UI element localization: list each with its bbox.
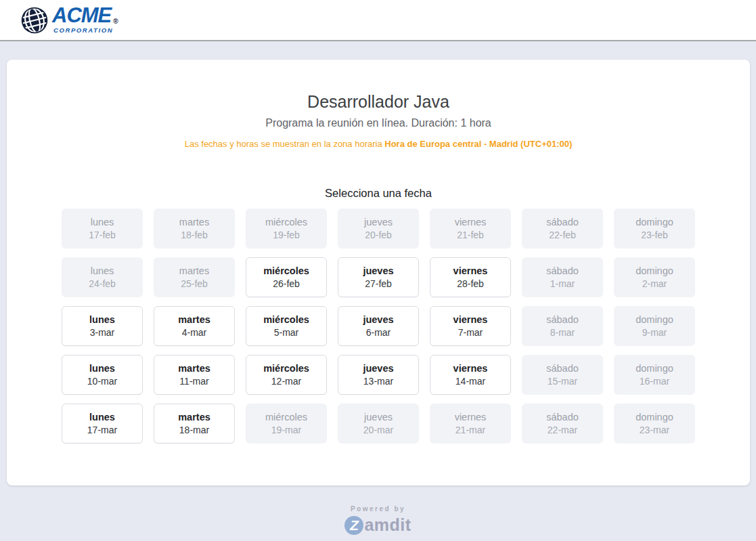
zamdit-logo: Z amdit bbox=[344, 515, 411, 535]
day-name: domingo bbox=[636, 363, 673, 374]
day-name: martes bbox=[178, 314, 210, 325]
day-name: lunes bbox=[89, 412, 115, 423]
day-name: lunes bbox=[89, 363, 115, 374]
day-name: sábado bbox=[546, 412, 579, 423]
date-button-1-mar: sábado1-mar bbox=[522, 257, 603, 297]
date-button-11-mar[interactable]: martes11-mar bbox=[154, 355, 235, 395]
date-button-6-mar[interactable]: jueves6-mar bbox=[338, 306, 419, 346]
date-button-7-mar[interactable]: viernes7-mar bbox=[430, 306, 511, 346]
date-label: 17-mar bbox=[87, 425, 117, 435]
date-label: 19-mar bbox=[271, 425, 301, 435]
date-label: 18-feb bbox=[181, 230, 208, 240]
globe-icon bbox=[18, 3, 52, 37]
date-button-19-mar: miércoles19-mar bbox=[246, 404, 327, 443]
timezone-note-value: Hora de Europa central - Madrid (UTC+01:… bbox=[384, 139, 572, 149]
scheduler-card: Desarrollador Java Programa la reunión e… bbox=[7, 60, 750, 485]
date-label: 6-mar bbox=[366, 327, 391, 338]
page-subtitle: Programa la reunión en línea. Duración: … bbox=[7, 117, 750, 129]
date-button-9-mar: domingo9-mar bbox=[614, 306, 695, 346]
date-button-20-feb: jueves20-feb bbox=[338, 209, 419, 248]
day-name: sábado bbox=[546, 363, 579, 374]
day-name: lunes bbox=[89, 314, 115, 325]
date-button-10-mar[interactable]: lunes10-mar bbox=[62, 355, 143, 395]
day-name: jueves bbox=[364, 217, 393, 228]
date-button-24-feb: lunes24-feb bbox=[62, 257, 143, 297]
day-name: viernes bbox=[453, 363, 488, 374]
day-name: sábado bbox=[546, 217, 579, 228]
date-label: 25-feb bbox=[181, 278, 208, 289]
date-label: 5-mar bbox=[274, 327, 299, 338]
date-button-17-mar[interactable]: lunes17-mar bbox=[62, 404, 143, 443]
top-bar: ACME ® CORPORATION bbox=[0, 0, 756, 41]
day-name: jueves bbox=[363, 314, 393, 325]
date-label: 23-mar bbox=[640, 425, 669, 435]
select-date-heading: Selecciona una fecha bbox=[7, 187, 750, 200]
date-button-8-mar: sábado8-mar bbox=[522, 306, 603, 346]
date-button-4-mar[interactable]: martes4-mar bbox=[154, 306, 235, 346]
date-button-12-mar[interactable]: miércoles12-mar bbox=[246, 355, 327, 395]
zamdit-z-icon: Z bbox=[344, 516, 363, 535]
footer: Powered by Z amdit bbox=[0, 505, 756, 535]
day-name: domingo bbox=[636, 265, 673, 276]
day-name: martes bbox=[179, 217, 209, 228]
day-name: domingo bbox=[636, 217, 673, 228]
day-name: jueves bbox=[363, 265, 393, 276]
date-label: 27-feb bbox=[365, 278, 392, 289]
date-label: 8-mar bbox=[550, 327, 575, 338]
date-label: 2-mar bbox=[642, 278, 667, 289]
date-label: 16-mar bbox=[640, 376, 669, 387]
date-label: 1-mar bbox=[550, 278, 575, 289]
date-button-18-mar[interactable]: martes18-mar bbox=[154, 404, 235, 443]
date-button-23-feb: domingo23-feb bbox=[614, 209, 695, 248]
date-button-16-mar: domingo16-mar bbox=[614, 355, 695, 395]
date-label: 24-feb bbox=[89, 278, 116, 289]
date-grid: lunes17-febmartes18-febmiércoles19-febju… bbox=[7, 209, 750, 443]
day-name: lunes bbox=[91, 217, 114, 228]
day-name: sábado bbox=[546, 314, 579, 325]
brand-subname: CORPORATION bbox=[52, 27, 118, 34]
date-label: 17-feb bbox=[89, 230, 116, 240]
day-name: miércoles bbox=[265, 217, 307, 228]
day-name: miércoles bbox=[263, 314, 309, 325]
date-button-22-mar: sábado22-mar bbox=[522, 404, 603, 443]
day-name: martes bbox=[178, 363, 210, 374]
acme-logo: ACME ® CORPORATION bbox=[20, 6, 118, 35]
date-button-27-feb[interactable]: jueves27-feb bbox=[338, 257, 419, 297]
date-label: 20-mar bbox=[363, 425, 393, 435]
date-button-17-feb: lunes17-feb bbox=[62, 209, 143, 248]
date-button-15-mar: sábado15-mar bbox=[522, 355, 603, 395]
date-button-14-mar[interactable]: viernes14-mar bbox=[430, 355, 511, 395]
day-name: martes bbox=[178, 412, 210, 423]
day-name: jueves bbox=[364, 412, 393, 423]
zamdit-wordmark: amdit bbox=[364, 515, 411, 535]
day-name: viernes bbox=[455, 217, 487, 228]
date-button-18-feb: martes18-feb bbox=[154, 209, 235, 248]
date-button-13-mar[interactable]: jueves13-mar bbox=[338, 355, 419, 395]
date-label: 10-mar bbox=[87, 376, 117, 387]
date-button-20-mar: jueves20-mar bbox=[338, 404, 419, 443]
date-button-25-feb: martes25-feb bbox=[154, 257, 235, 297]
date-button-26-feb[interactable]: miércoles26-feb bbox=[246, 257, 327, 297]
date-label: 26-feb bbox=[273, 278, 300, 289]
day-name: lunes bbox=[91, 265, 114, 276]
registered-mark: ® bbox=[113, 18, 118, 25]
date-label: 9-mar bbox=[642, 327, 667, 338]
date-label: 13-mar bbox=[363, 376, 393, 387]
date-label: 4-mar bbox=[182, 327, 207, 338]
date-label: 28-feb bbox=[457, 278, 484, 289]
day-name: miércoles bbox=[263, 265, 309, 276]
date-label: 3-mar bbox=[90, 327, 115, 338]
date-button-28-feb[interactable]: viernes28-feb bbox=[430, 257, 511, 297]
date-button-5-mar[interactable]: miércoles5-mar bbox=[246, 306, 327, 346]
brand-name: ACME bbox=[52, 6, 111, 25]
date-label: 18-mar bbox=[179, 425, 209, 435]
date-label: 15-mar bbox=[548, 376, 577, 387]
date-button-23-mar: domingo23-mar bbox=[614, 404, 695, 443]
date-button-2-mar: domingo2-mar bbox=[614, 257, 695, 297]
date-button-22-feb: sábado22-feb bbox=[522, 209, 603, 248]
powered-by-label: Powered by bbox=[351, 505, 405, 513]
date-button-3-mar[interactable]: lunes3-mar bbox=[62, 306, 143, 346]
day-name: viernes bbox=[453, 265, 488, 276]
day-name: domingo bbox=[636, 412, 673, 423]
date-label: 14-mar bbox=[455, 376, 485, 387]
